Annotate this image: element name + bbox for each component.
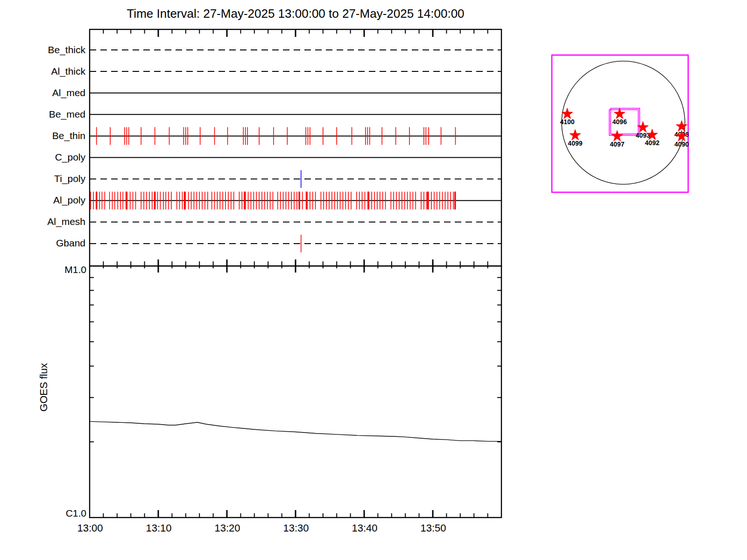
solar-disk-inset: 41004099409640974093409240984090 <box>552 55 689 192</box>
row-label-gband: Gband <box>11 237 85 249</box>
row-label-be-thin: Be_thin <box>11 130 85 142</box>
goes-ytick-bottom: C1.0 <box>12 507 86 519</box>
timeline-panel <box>90 29 501 266</box>
goes-border <box>90 266 501 518</box>
row-label-al-thick: Al_thick <box>11 65 85 77</box>
goes-flux-curve <box>90 421 501 441</box>
xtick-13-10: 13:10 <box>135 523 182 534</box>
active-region-star <box>570 130 581 140</box>
xtick-13-00: 13:00 <box>67 523 113 534</box>
row-label-c-poly: C_poly <box>11 151 85 163</box>
row-label-al-mesh: Al_mesh <box>11 216 85 228</box>
row-label-al-poly: Al_poly <box>11 194 85 206</box>
row-label-ti-poly: Ti_poly <box>11 173 85 185</box>
active-region-label: 4090 <box>674 140 689 148</box>
active-region-label: 4099 <box>568 140 582 147</box>
row-label-al-med: Al_med <box>11 87 85 99</box>
plot-canvas: 41004099409640974093409240984090 <box>0 0 747 560</box>
active-region-label: 4100 <box>560 118 574 126</box>
active-region-label: 4093 <box>635 132 650 139</box>
active-region-label: 4096 <box>613 118 627 126</box>
page-title: Time Interval: 27-May-2025 13:00:00 to 2… <box>90 7 501 21</box>
xtick-13-30: 13:30 <box>273 523 319 534</box>
active-region-star <box>637 121 648 132</box>
row-label-be-med: Be_med <box>11 108 85 120</box>
xtick-13-50: 13:50 <box>410 523 457 534</box>
row-label-be-thick: Be_thick <box>11 44 85 56</box>
goes-panel <box>90 259 501 518</box>
xtick-13-20: 13:20 <box>204 523 251 534</box>
timeline-border <box>90 29 501 266</box>
goes-ytick-top: M1.0 <box>12 264 86 276</box>
xrt-timeline-page: 41004099409640974093409240984090 Time In… <box>0 0 747 560</box>
goes-axis-title: GOES flux <box>38 352 51 422</box>
xtick-13-40: 13:40 <box>341 523 388 534</box>
active-region-label: 4097 <box>610 140 624 148</box>
active-region-label: 4092 <box>645 139 659 147</box>
active-region-star <box>676 120 687 131</box>
active-region-star <box>612 131 623 141</box>
